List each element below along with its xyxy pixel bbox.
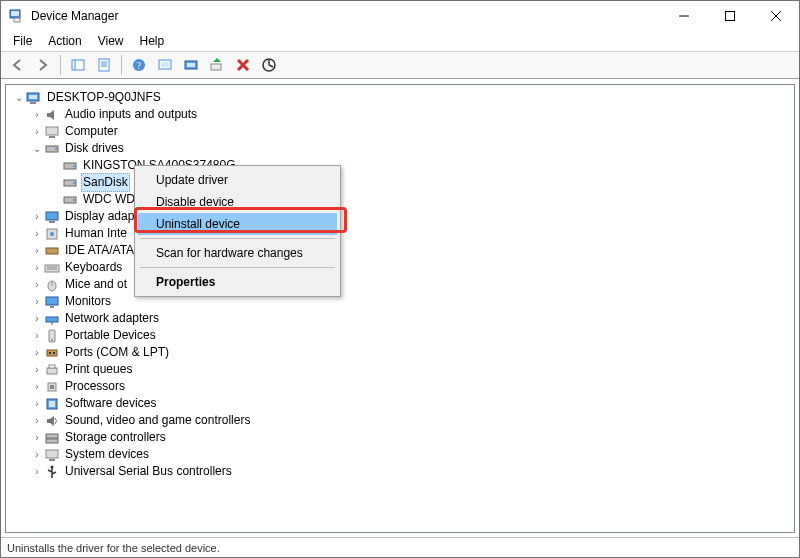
menu-help[interactable]: Help bbox=[132, 32, 173, 50]
tree-label: Disk drives bbox=[63, 140, 126, 157]
menu-bar: File Action View Help bbox=[1, 31, 799, 51]
tree-category-system[interactable]: › System devices bbox=[8, 446, 794, 463]
close-icon bbox=[771, 11, 781, 21]
tree-category-computer[interactable]: › Computer bbox=[8, 123, 794, 140]
tree-category-processors[interactable]: › Processors bbox=[8, 378, 794, 395]
chevron-right-icon[interactable]: › bbox=[30, 242, 44, 259]
tree-category-keyboards[interactable]: › Keyboards bbox=[8, 259, 794, 276]
tree-category-print[interactable]: › Print queues bbox=[8, 361, 794, 378]
svg-rect-37 bbox=[49, 221, 55, 223]
scan-hardware-button[interactable] bbox=[179, 53, 203, 77]
update-driver-button[interactable] bbox=[205, 53, 229, 77]
tree-category-storage[interactable]: › Storage controllers bbox=[8, 429, 794, 446]
svg-point-29 bbox=[55, 148, 57, 150]
tree-root[interactable]: ⌄ DESKTOP-9Q0JNFS bbox=[8, 89, 794, 106]
chevron-right-icon[interactable]: › bbox=[30, 310, 44, 327]
forward-button[interactable] bbox=[31, 53, 55, 77]
tree-category-mice[interactable]: › Mice and ot bbox=[8, 276, 794, 293]
action-center-icon bbox=[158, 58, 172, 72]
help-icon: ? bbox=[132, 58, 146, 72]
device-tree-host[interactable]: ⌄ DESKTOP-9Q0JNFS › Audio inputs and out… bbox=[5, 84, 795, 533]
back-button[interactable] bbox=[5, 53, 29, 77]
chevron-right-icon[interactable]: › bbox=[30, 446, 44, 463]
help-toolbar-button[interactable]: ? bbox=[127, 53, 151, 77]
tree-category-monitors[interactable]: › Monitors bbox=[8, 293, 794, 310]
svg-rect-26 bbox=[46, 127, 58, 135]
toolbar-separator bbox=[60, 55, 61, 75]
tree-category-display[interactable]: › Display adap bbox=[8, 208, 794, 225]
chevron-right-icon[interactable]: › bbox=[30, 361, 44, 378]
show-hidden-button[interactable] bbox=[66, 53, 90, 77]
tree-category-portable[interactable]: › Portable Devices bbox=[8, 327, 794, 344]
chevron-right-icon[interactable]: › bbox=[30, 123, 44, 140]
chevron-right-icon[interactable]: › bbox=[30, 259, 44, 276]
chevron-right-icon[interactable]: › bbox=[30, 276, 44, 293]
maximize-icon bbox=[725, 11, 735, 21]
hid-icon bbox=[44, 226, 60, 242]
svg-rect-56 bbox=[49, 365, 55, 368]
ctx-properties[interactable]: Properties bbox=[138, 271, 337, 293]
svg-rect-61 bbox=[46, 434, 58, 438]
computer-icon bbox=[26, 90, 42, 106]
svg-rect-40 bbox=[46, 248, 58, 254]
context-menu: Update driver Disable device Uninstall d… bbox=[134, 165, 341, 297]
ctx-update-driver[interactable]: Update driver bbox=[138, 169, 337, 191]
tree-category-ide[interactable]: › IDE ATA/ATA bbox=[8, 242, 794, 259]
tree-category-sound[interactable]: › Sound, video and game controllers bbox=[8, 412, 794, 429]
tree-label: Audio inputs and outputs bbox=[63, 106, 199, 123]
ctx-disable-device[interactable]: Disable device bbox=[138, 191, 337, 213]
tree-disk-wdc[interactable]: WDC WD bbox=[8, 191, 794, 208]
tree-label: SanDisk bbox=[81, 173, 130, 192]
tree-label: Human Inte bbox=[63, 225, 129, 242]
svg-rect-7 bbox=[72, 60, 84, 70]
enable-device-button[interactable] bbox=[257, 53, 281, 77]
tree-disk-kingston[interactable]: KINGSTON SA400S37480G bbox=[8, 157, 794, 174]
tree-label: System devices bbox=[63, 446, 151, 463]
chevron-right-icon[interactable]: › bbox=[30, 344, 44, 361]
chevron-right-icon[interactable]: › bbox=[30, 106, 44, 123]
properties-button[interactable] bbox=[92, 53, 116, 77]
disk-icon bbox=[62, 175, 78, 191]
ctx-uninstall-device[interactable]: Uninstall device bbox=[138, 213, 337, 235]
tree-category-ports[interactable]: › Ports (COM & LPT) bbox=[8, 344, 794, 361]
chevron-right-icon[interactable]: › bbox=[30, 327, 44, 344]
tree-category-software[interactable]: › Software devices bbox=[8, 395, 794, 412]
ports-icon bbox=[44, 345, 60, 361]
enable-device-icon bbox=[262, 58, 276, 72]
tree-category-audio[interactable]: › Audio inputs and outputs bbox=[8, 106, 794, 123]
close-button[interactable] bbox=[753, 1, 799, 31]
tree-category-disk-drives[interactable]: ⌄ Disk drives bbox=[8, 140, 794, 157]
maximize-button[interactable] bbox=[707, 1, 753, 31]
minimize-button[interactable] bbox=[661, 1, 707, 31]
chevron-down-icon[interactable]: ⌄ bbox=[12, 89, 26, 106]
chevron-right-icon[interactable]: › bbox=[30, 412, 44, 429]
menu-view[interactable]: View bbox=[90, 32, 132, 50]
chevron-right-icon[interactable]: › bbox=[30, 395, 44, 412]
tree-label: Display adap bbox=[63, 208, 136, 225]
chevron-right-icon[interactable]: › bbox=[30, 429, 44, 446]
tree-category-hid[interactable]: › Human Inte bbox=[8, 225, 794, 242]
action-center-button[interactable] bbox=[153, 53, 177, 77]
chevron-right-icon[interactable]: › bbox=[30, 225, 44, 242]
svg-rect-63 bbox=[46, 450, 58, 458]
chevron-right-icon[interactable]: › bbox=[30, 208, 44, 225]
chevron-right-icon[interactable]: › bbox=[30, 293, 44, 310]
chevron-right-icon[interactable]: › bbox=[30, 378, 44, 395]
tree-label: Print queues bbox=[63, 361, 134, 378]
back-icon bbox=[10, 58, 24, 72]
uninstall-device-toolbar-button[interactable] bbox=[231, 53, 255, 77]
status-text: Uninstalls the driver for the selected d… bbox=[7, 542, 220, 554]
menu-file[interactable]: File bbox=[5, 32, 40, 50]
tree-category-network[interactable]: › Network adapters bbox=[8, 310, 794, 327]
chevron-right-icon[interactable]: › bbox=[30, 463, 44, 480]
tree-label: Ports (COM & LPT) bbox=[63, 344, 171, 361]
ctx-scan-hardware[interactable]: Scan for hardware changes bbox=[138, 242, 337, 264]
tree-disk-sandisk[interactable]: SanDisk bbox=[8, 174, 794, 191]
system-icon bbox=[44, 447, 60, 463]
audio-icon bbox=[44, 107, 60, 123]
svg-rect-16 bbox=[161, 62, 169, 67]
titlebar: Device Manager bbox=[1, 1, 799, 31]
menu-action[interactable]: Action bbox=[40, 32, 89, 50]
chevron-down-icon[interactable]: ⌄ bbox=[30, 140, 44, 157]
tree-category-usb[interactable]: › Universal Serial Bus controllers bbox=[8, 463, 794, 480]
